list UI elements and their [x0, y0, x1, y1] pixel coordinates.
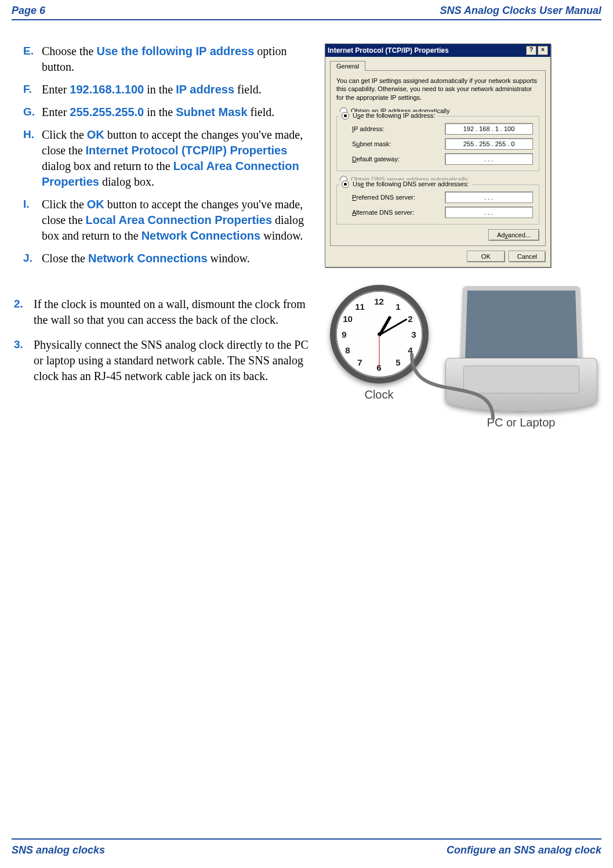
dialog-description: You can get IP settings assigned automat… [336, 77, 539, 102]
radio-use-ip[interactable]: Use the following IP address: [339, 112, 437, 120]
radio-icon [342, 180, 349, 188]
advanced-button[interactable]: Advanced... [488, 229, 539, 241]
label-subnet-mask: Subnet mask: [352, 140, 445, 147]
step-marker: I. [23, 197, 42, 244]
step-E: E. Choose the Use the following IP addre… [23, 44, 313, 75]
step-I: I. Click the OK button to accept the cha… [23, 197, 313, 244]
step-marker: J. [23, 251, 42, 266]
input-subnet-mask[interactable]: 255 . 255 . 255 . 0 [445, 138, 533, 150]
dialog-titlebar[interactable]: Internet Protocol (TCP/IP) Properties ? … [325, 44, 550, 57]
input-alternate-dns[interactable]: . . . [445, 207, 533, 218]
header-left: Page 6 [12, 5, 45, 17]
step-3: 3. Physically connect the SNS analog clo… [14, 337, 313, 384]
dialog-title: Internet Protocol (TCP/IP) Properties [328, 46, 449, 55]
input-default-gateway[interactable]: . . . [445, 153, 533, 165]
step-marker: E. [23, 44, 42, 75]
step-J: J. Close the Network Connections window. [23, 251, 313, 266]
step-2: 2. If the clock is mounted on a wall, di… [14, 296, 313, 328]
step-marker: 3. [14, 337, 34, 384]
radio-use-dns[interactable]: Use the following DNS server addresses: [339, 180, 471, 188]
radio-icon [342, 112, 349, 120]
label-preferred-dns: Preferred DNS server: [352, 194, 445, 201]
input-preferred-dns[interactable]: . . . [445, 191, 533, 203]
step-H: H. Click the OK button to accept the cha… [23, 127, 313, 190]
cable-icon [406, 349, 522, 432]
step-G: G. Enter 255.255.255.0 in the Subnet Mas… [23, 104, 313, 120]
input-ip-address[interactable]: 192 . 168 . 1 . 100 [445, 123, 533, 135]
step-marker: 2. [14, 296, 34, 328]
step-F: F. Enter 192.168.1.100 in the IP address… [23, 82, 313, 97]
instruction-column: E. Choose the Use the following IP addre… [12, 44, 313, 838]
step-marker: G. [23, 104, 42, 120]
help-icon[interactable]: ? [526, 46, 536, 55]
step-marker: H. [23, 127, 42, 190]
header-right: SNS Analog Clocks User Manual [440, 5, 601, 17]
step-marker: F. [23, 82, 42, 97]
close-icon[interactable]: × [538, 46, 548, 55]
footer-left: SNS analog clocks [12, 844, 105, 856]
label-alternate-dns: Alternate DNS server: [352, 209, 445, 216]
ok-button[interactable]: OK [467, 251, 505, 262]
tab-general[interactable]: General [330, 61, 365, 71]
clock-laptop-illustration: 12 1 2 3 4 5 6 7 8 9 10 11 [325, 285, 601, 429]
label-ip-address: IP address: [352, 125, 445, 132]
page-header: Page 6 SNS Analog Clocks User Manual [12, 0, 601, 20]
tcpip-properties-dialog: Internet Protocol (TCP/IP) Properties ? … [325, 44, 551, 267]
cancel-button[interactable]: Cancel [509, 251, 546, 262]
label-default-gateway: Default gateway: [352, 155, 445, 162]
footer-right: Configure an SNS analog clock [447, 844, 601, 856]
page-footer: SNS analog clocks Configure an SNS analo… [12, 838, 601, 868]
